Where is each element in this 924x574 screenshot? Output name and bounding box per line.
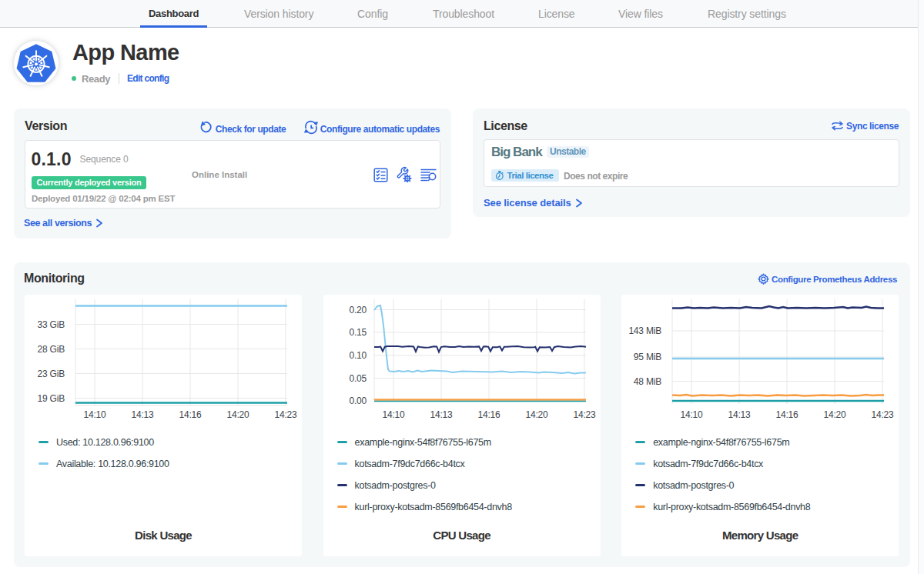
svg-text:14:13: 14:13 (430, 409, 453, 420)
svg-text:14:16: 14:16 (477, 409, 500, 420)
svg-text:33 GiB: 33 GiB (38, 319, 65, 330)
svg-text:14:13: 14:13 (131, 409, 154, 420)
svg-text:23 GiB: 23 GiB (38, 369, 65, 379)
svg-text:14:23: 14:23 (872, 409, 895, 420)
svg-text:28 GiB: 28 GiB (38, 344, 65, 355)
svg-text:14:16: 14:16 (179, 409, 202, 420)
svg-text:14:10: 14:10 (681, 409, 704, 420)
svg-text:14:20: 14:20 (824, 409, 847, 420)
svg-text:95 MiB: 95 MiB (634, 352, 661, 362)
svg-text:14:23: 14:23 (573, 409, 596, 420)
svg-text:14:20: 14:20 (226, 409, 249, 420)
svg-text:0.10: 0.10 (349, 350, 367, 361)
svg-text:14:16: 14:16 (776, 409, 799, 420)
svg-text:14:13: 14:13 (728, 409, 752, 420)
svg-text:0.15: 0.15 (349, 327, 367, 338)
svg-text:14:10: 14:10 (382, 409, 405, 420)
svg-text:0.00: 0.00 (349, 395, 367, 406)
svg-text:143 MiB: 143 MiB (629, 325, 662, 336)
svg-text:48 MiB: 48 MiB (634, 376, 661, 387)
svg-text:14:10: 14:10 (83, 409, 106, 420)
svg-text:0.05: 0.05 (349, 373, 367, 384)
svg-text:19 GiB: 19 GiB (38, 393, 65, 404)
svg-text:14:23: 14:23 (274, 409, 297, 420)
svg-text:0.20: 0.20 (349, 305, 367, 315)
svg-text:14:20: 14:20 (525, 409, 548, 420)
